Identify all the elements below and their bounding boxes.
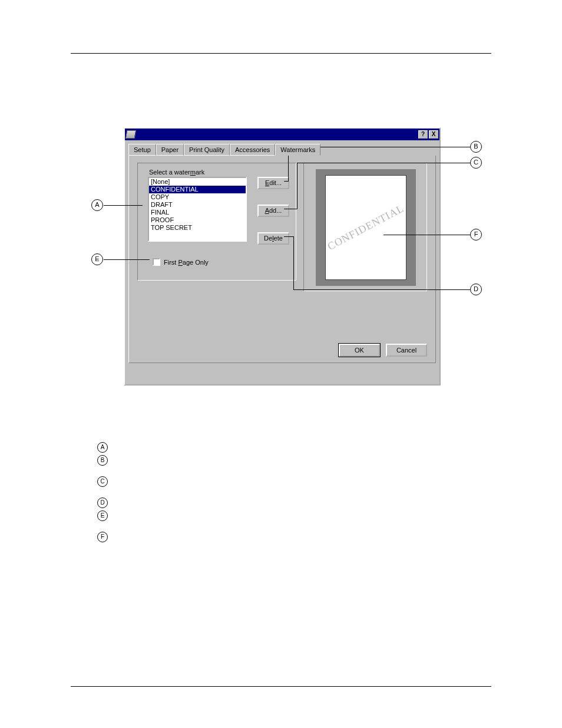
callout-d: D (470, 284, 482, 295)
preview-watermark-text: CONFIDENTIAL (325, 202, 406, 253)
preview-inner: CONFIDENTIAL (316, 169, 416, 286)
tab-paper[interactable]: Paper (156, 144, 184, 156)
leader-line (284, 209, 297, 209)
titlebar: ? X (125, 129, 439, 140)
callout-f: F (470, 229, 482, 241)
watermark-listbox[interactable]: [None] CONFIDENTIAL COPY DRAFT FINAL PRO… (148, 177, 247, 242)
legend-text (114, 532, 486, 542)
legend-text (114, 455, 486, 466)
legend-text (114, 498, 486, 508)
dialog-window: ? X Setup Paper Print Quality Accessorie… (124, 127, 441, 386)
callout-c: C (470, 157, 482, 169)
list-item[interactable]: FINAL (149, 209, 246, 216)
help-button[interactable]: ? (418, 130, 428, 139)
top-horizontal-rule (71, 53, 491, 54)
leader-line (293, 236, 294, 290)
tab-panel: Select a watermark [None] CONFIDENTIAL C… (128, 156, 436, 363)
callout-legend: A B C D E F (97, 442, 486, 545)
preview-panel: CONFIDENTIAL (303, 163, 427, 291)
tab-accessories[interactable]: Accessories (230, 144, 275, 156)
list-item[interactable]: [None] (149, 178, 246, 186)
select-watermark-label: Select a watermark (149, 169, 204, 176)
list-item[interactable]: PROOF (149, 216, 246, 224)
printer-icon (125, 130, 136, 139)
leader-line (384, 235, 470, 235)
tab-watermarks[interactable]: Watermarks (275, 144, 320, 156)
legend-marker: F (97, 532, 108, 542)
leader-line (104, 259, 150, 260)
leader-line (297, 163, 297, 209)
tab-strip: Setup Paper Print Quality Accessories Wa… (125, 140, 439, 156)
leader-line (293, 289, 470, 290)
leader-line (284, 181, 289, 182)
add-button[interactable]: Add... (257, 205, 289, 217)
leader-line (297, 163, 470, 163)
preview-page: CONFIDENTIAL (325, 175, 406, 280)
close-button[interactable]: X (429, 130, 438, 139)
ok-button[interactable]: OK (339, 344, 380, 357)
delete-button[interactable]: Delete (257, 232, 289, 245)
checkbox-icon[interactable] (153, 258, 160, 266)
legend-marker: C (97, 476, 108, 487)
leader-line (284, 236, 294, 237)
list-item[interactable]: COPY (149, 193, 246, 201)
list-item[interactable]: DRAFT (149, 201, 246, 209)
callout-b: B (470, 141, 482, 153)
legend-marker: B (97, 455, 108, 466)
list-item[interactable]: TOP SECRET (149, 224, 246, 232)
first-page-only-label: First Page Only (164, 259, 209, 266)
tab-print-quality[interactable]: Print Quality (184, 144, 230, 156)
edit-button[interactable]: Edit... (257, 177, 289, 189)
legend-marker: D (97, 498, 108, 508)
legend-text (114, 476, 486, 487)
cancel-button[interactable]: Cancel (386, 344, 427, 357)
legend-marker: A (97, 442, 108, 453)
first-page-only-option[interactable]: First Page Only (153, 258, 209, 266)
bottom-horizontal-rule (71, 686, 491, 687)
legend-text (114, 442, 486, 453)
tab-setup[interactable]: Setup (128, 144, 156, 156)
legend-marker: E (97, 510, 108, 521)
legend-text (114, 510, 486, 521)
leader-line (104, 205, 143, 206)
callout-a: A (91, 199, 103, 211)
callout-e: E (91, 253, 103, 265)
list-item[interactable]: CONFIDENTIAL (149, 186, 246, 193)
